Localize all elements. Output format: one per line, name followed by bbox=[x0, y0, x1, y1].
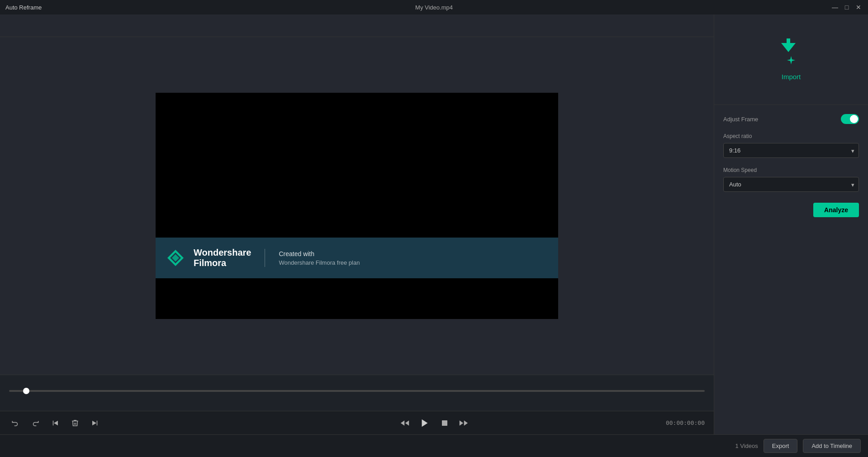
import-section: Import bbox=[714, 14, 868, 105]
import-arrow-icon bbox=[778, 38, 799, 52]
import-sparkle-icon bbox=[786, 55, 796, 65]
watermark-plan: Wondershare Filmora free plan bbox=[279, 259, 360, 266]
skip-to-start-button[interactable] bbox=[49, 417, 62, 429]
video-frame: Wondershare Filmora Created with Wonders… bbox=[156, 93, 558, 319]
title-bar: Auto Reframe My Video.mp4 — □ ✕ bbox=[0, 0, 868, 14]
svg-rect-3 bbox=[53, 420, 54, 425]
watermark-divider bbox=[265, 249, 265, 267]
svg-marker-11 bbox=[464, 420, 467, 426]
play-button[interactable] bbox=[417, 416, 432, 430]
svg-marker-9 bbox=[422, 419, 427, 427]
scrubber-area bbox=[0, 375, 714, 411]
maximize-button[interactable]: □ bbox=[843, 3, 851, 11]
scrubber-thumb[interactable] bbox=[23, 388, 29, 394]
file-name: My Video.mp4 bbox=[415, 4, 453, 11]
svg-marker-12 bbox=[459, 420, 463, 426]
controls-bar: 00:00:00:00 bbox=[0, 411, 714, 434]
stop-button[interactable] bbox=[438, 417, 451, 429]
svg-marker-15 bbox=[787, 56, 795, 64]
top-toolbar bbox=[0, 14, 714, 37]
skip-to-end-button[interactable] bbox=[89, 417, 101, 429]
svg-marker-8 bbox=[405, 420, 408, 426]
scrubber-track[interactable] bbox=[9, 390, 705, 392]
aspect-ratio-select[interactable]: 9:16 16:9 1:1 4:3 21:9 bbox=[723, 143, 859, 158]
app-title: Auto Reframe bbox=[5, 4, 42, 11]
video-black-top bbox=[156, 93, 558, 238]
svg-rect-14 bbox=[787, 38, 790, 45]
toggle-knob bbox=[850, 115, 858, 123]
filmora-logo bbox=[166, 249, 185, 267]
motion-speed-select[interactable]: Auto Slow Normal Fast bbox=[723, 177, 859, 192]
adjust-frame-row: Adjust Frame bbox=[723, 114, 859, 124]
main-area: Wondershare Filmora Created with Wonders… bbox=[0, 14, 868, 434]
right-panel: Import Adjust Frame Aspect ratio 9:16 16… bbox=[714, 14, 868, 434]
controls-left bbox=[9, 417, 101, 429]
analyze-row: Analyze bbox=[723, 203, 859, 217]
adjust-frame-toggle[interactable] bbox=[841, 114, 859, 124]
motion-speed-select-wrapper: Auto Slow Normal Fast bbox=[723, 177, 859, 192]
watermark-brand-line1: Wondershare bbox=[194, 248, 251, 258]
video-watermark: Wondershare Filmora Created with Wonders… bbox=[156, 238, 558, 278]
watermark-brand-line2: Filmora bbox=[194, 258, 251, 268]
aspect-ratio-select-wrapper: 9:16 16:9 1:1 4:3 21:9 bbox=[723, 143, 859, 158]
import-button[interactable]: Import bbox=[782, 73, 801, 81]
svg-marker-4 bbox=[54, 420, 58, 425]
analyze-button[interactable]: Analyze bbox=[813, 203, 859, 217]
export-button[interactable]: Export bbox=[764, 439, 798, 453]
video-container: Wondershare Filmora Created with Wonders… bbox=[0, 37, 714, 375]
window-controls: — □ ✕ bbox=[831, 3, 863, 11]
motion-speed-label: Motion Speed bbox=[723, 167, 859, 173]
motion-speed-group: Motion Speed Auto Slow Normal Fast bbox=[723, 167, 859, 192]
video-panel: Wondershare Filmora Created with Wonders… bbox=[0, 14, 714, 434]
import-icon-area bbox=[778, 38, 805, 66]
aspect-ratio-group: Aspect ratio 9:16 16:9 1:1 4:3 21:9 bbox=[723, 133, 859, 158]
svg-rect-5 bbox=[97, 420, 98, 425]
close-button[interactable]: ✕ bbox=[854, 3, 863, 11]
bottom-bar: 1 Videos Export Add to Timeline bbox=[0, 434, 868, 457]
redo-button[interactable] bbox=[29, 417, 42, 429]
delete-button[interactable] bbox=[69, 417, 81, 429]
aspect-ratio-label: Aspect ratio bbox=[723, 133, 859, 139]
add-to-timeline-button[interactable]: Add to Timeline bbox=[803, 439, 861, 453]
svg-marker-6 bbox=[92, 420, 96, 425]
svg-rect-10 bbox=[442, 420, 447, 426]
svg-marker-7 bbox=[400, 420, 404, 426]
time-display: 00:00:00:00 bbox=[666, 419, 705, 426]
video-black-bottom bbox=[156, 278, 558, 319]
playback-controls bbox=[398, 416, 470, 430]
undo-button[interactable] bbox=[9, 417, 22, 429]
adjust-frame-label: Adjust Frame bbox=[723, 116, 758, 123]
minimize-button[interactable]: — bbox=[831, 3, 839, 11]
step-back-button[interactable] bbox=[398, 417, 411, 429]
videos-count: 1 Videos bbox=[735, 443, 758, 449]
settings-section: Adjust Frame Aspect ratio 9:16 16:9 1:1 … bbox=[714, 105, 868, 434]
step-forward-button[interactable] bbox=[457, 417, 470, 429]
watermark-created-with: Created with bbox=[279, 250, 360, 257]
